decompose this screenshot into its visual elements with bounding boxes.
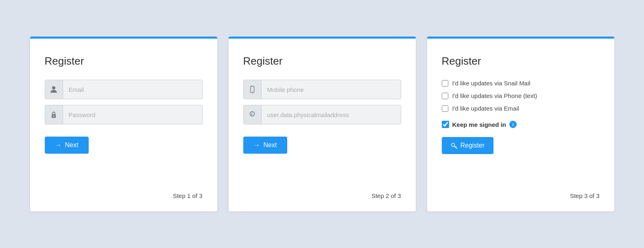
svg-rect-3 [251,86,254,93]
next-arrow-icon2: → [254,141,260,149]
svg-point-2 [53,115,55,117]
lock-icon [45,105,63,124]
mobile-input[interactable] [262,81,401,98]
user-icon [45,80,63,99]
register-label: Register [461,142,485,149]
key-icon [451,142,457,149]
svg-point-0 [52,86,55,89]
card2-title: Register [243,55,401,67]
checkbox-phone-label: I'd like updates via Phone (text) [452,92,537,99]
cards-container: Register → Next S [10,20,635,228]
phone-icon [244,80,262,99]
card-step2: Register i → Next [229,37,416,211]
register-button[interactable]: Register [442,137,494,154]
info-letter: i [513,122,514,127]
password-input-group [45,105,203,124]
card-step1: Register → Next S [30,37,217,211]
svg-line-10 [456,147,456,148]
keep-signed-checkbox[interactable] [442,121,449,128]
checkbox-snailmail-label: I'd like updates via Snail Mail [452,80,530,87]
checkbox-email-label: I'd like updates via Email [452,105,520,112]
checkbox-phone[interactable] [442,93,448,99]
address-icon: i [244,105,262,124]
checkbox-snailmail[interactable] [442,80,448,87]
password-input[interactable] [63,107,202,123]
keep-signed-label: Keep me signed in [452,121,506,128]
email-input-group [45,80,203,99]
svg-text:i: i [251,112,253,116]
step-label-1: Step 1 of 3 [173,192,203,199]
email-input[interactable] [63,81,202,98]
svg-rect-5 [251,86,253,87]
next-button-step1[interactable]: → Next [45,137,89,154]
next-label-step2: Next [264,141,277,149]
card-step3: Register I'd like updates via Snail Mail… [427,37,614,211]
address-input[interactable] [262,107,401,123]
info-icon[interactable]: i [509,121,517,128]
address-input-group: i [243,105,401,124]
checkbox-snailmail-item[interactable]: I'd like updates via Snail Mail [442,80,600,87]
step-label-2: Step 2 of 3 [371,192,401,199]
next-label-step1: Next [65,141,79,149]
keep-signed-row: Keep me signed in i [442,121,600,128]
checkbox-phone-item[interactable]: I'd like updates via Phone (text) [442,92,600,99]
card1-title: Register [45,55,203,67]
preferences-group: I'd like updates via Snail Mail I'd like… [442,80,600,112]
svg-rect-4 [251,92,253,92]
next-button-step2[interactable]: → Next [243,137,288,154]
mobile-input-group [243,80,401,99]
next-arrow-icon: → [55,141,62,149]
checkbox-email-item[interactable]: I'd like updates via Email [442,105,600,112]
step-label-3: Step 3 of 3 [570,192,600,199]
card3-title: Register [442,55,600,67]
checkbox-email[interactable] [442,105,448,112]
